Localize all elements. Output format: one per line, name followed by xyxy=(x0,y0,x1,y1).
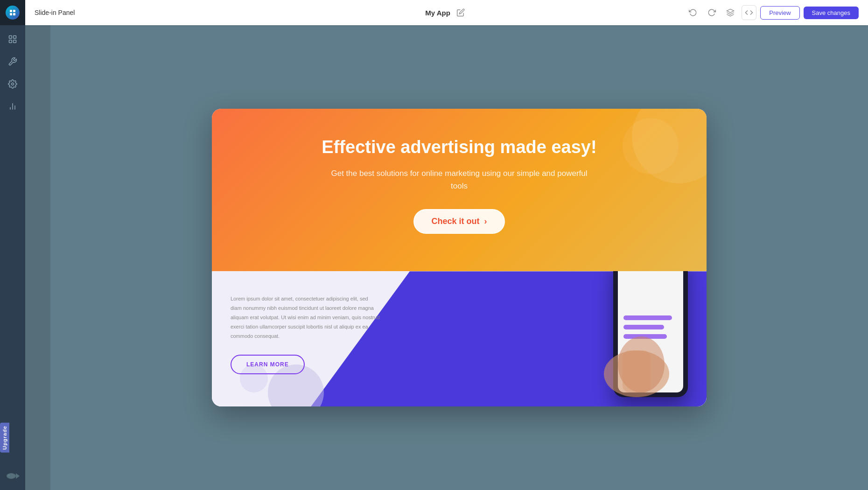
svg-marker-15 xyxy=(727,9,734,13)
svg-rect-18 xyxy=(623,350,651,392)
pencil-icon xyxy=(456,8,465,17)
phone-mockup xyxy=(613,271,688,397)
topbar-center: My App xyxy=(425,5,468,20)
cta-arrow-icon: › xyxy=(484,217,487,226)
lorem-text: Lorem ipsum dolor sit amet, consectetuer… xyxy=(231,294,380,341)
learn-more-button[interactable]: LEARN MORE xyxy=(231,355,305,374)
layers-icon xyxy=(726,8,735,17)
undo-icon xyxy=(689,8,697,17)
sidebar-logo[interactable] xyxy=(0,0,25,25)
svg-point-8 xyxy=(12,83,14,85)
topbar: Slide-in Panel My App Preview Save chang… xyxy=(25,0,868,25)
ad-bottom-section: Lorem ipsum dolor sit amet, consectetuer… xyxy=(212,271,707,406)
topbar-left: Slide-in Panel xyxy=(35,9,75,16)
undo-button[interactable] xyxy=(686,5,700,20)
svg-rect-1 xyxy=(13,10,15,12)
cta-button[interactable]: Check it out › xyxy=(413,209,504,234)
ad-bottom-right xyxy=(459,271,707,406)
fish-svg xyxy=(6,471,20,481)
cta-label: Check it out xyxy=(431,217,479,226)
topbar-right: Preview Save changes xyxy=(686,5,859,20)
fish-icon xyxy=(3,467,22,485)
settings-icon xyxy=(8,79,17,89)
svg-marker-13 xyxy=(16,473,20,479)
svg-point-14 xyxy=(8,475,10,476)
upgrade-tab[interactable]: Upgrade xyxy=(0,423,9,453)
redo-icon xyxy=(707,8,716,17)
sidebar-nav xyxy=(3,25,22,490)
logo-icon xyxy=(9,9,16,16)
ad-card: Effective advertising made easy! Get the… xyxy=(212,109,707,407)
svg-rect-5 xyxy=(14,36,16,39)
svg-rect-4 xyxy=(9,36,12,39)
code-button[interactable] xyxy=(742,5,756,20)
save-changes-button[interactable]: Save changes xyxy=(804,7,859,19)
svg-rect-0 xyxy=(10,10,12,12)
sidebar-item-tools[interactable] xyxy=(3,52,22,71)
app-name: My App xyxy=(425,9,450,17)
svg-rect-2 xyxy=(10,13,12,15)
ad-subtext: Get the best solutions for online market… xyxy=(329,167,590,192)
sidebar-item-settings[interactable] xyxy=(3,75,22,93)
redo-button[interactable] xyxy=(704,5,719,20)
logo-circle xyxy=(6,6,20,20)
sidebar-item-dashboard[interactable] xyxy=(3,30,22,49)
hand-holding-phone xyxy=(590,280,683,402)
layers-button[interactable] xyxy=(723,5,738,20)
grid-icon xyxy=(8,35,17,44)
svg-rect-7 xyxy=(14,40,16,43)
tool-icon xyxy=(8,57,17,66)
preview-button[interactable]: Preview xyxy=(760,6,799,20)
edit-app-name-button[interactable] xyxy=(453,5,468,20)
svg-point-12 xyxy=(7,473,16,479)
ad-top-section: Effective advertising made easy! Get the… xyxy=(212,109,707,272)
sidebar: Upgrade xyxy=(0,0,25,490)
topbar-title: Slide-in Panel xyxy=(35,9,75,16)
main-canvas: Effective advertising made easy! Get the… xyxy=(50,25,868,490)
sidebar-item-analytics[interactable] xyxy=(3,97,22,116)
bar-chart-icon xyxy=(8,102,17,111)
svg-rect-6 xyxy=(9,40,12,43)
ad-headline: Effective advertising made easy! xyxy=(231,137,688,158)
ad-bottom-left: Lorem ipsum dolor sit amet, consectetuer… xyxy=(212,271,459,406)
code-icon xyxy=(745,8,753,17)
svg-rect-3 xyxy=(13,13,15,15)
